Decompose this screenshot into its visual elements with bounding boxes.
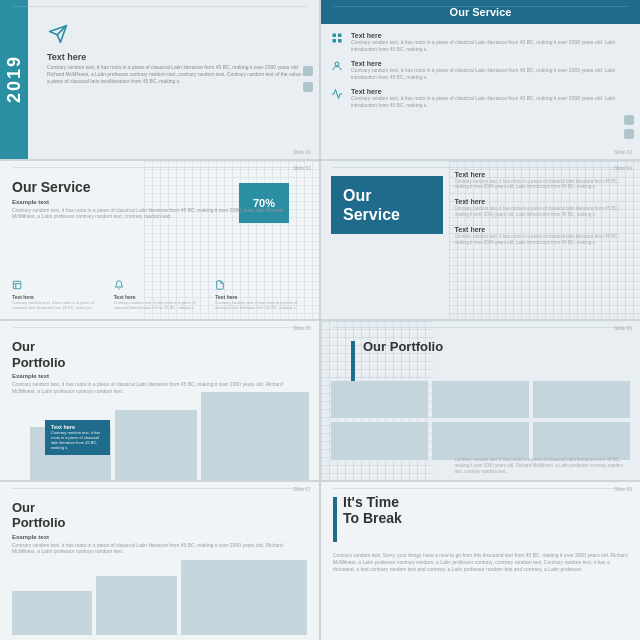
img-b-3	[533, 381, 630, 418]
svc-title-3: Text here	[351, 88, 630, 95]
rs-body-3: Contrary random text, it has roots in a …	[455, 234, 630, 246]
slide3-example-label: Example text	[12, 199, 307, 205]
slide5-example-label: Example text	[12, 373, 307, 379]
rs-body-2: Contrary random text, it has roots in a …	[455, 206, 630, 218]
slide6-title: Our Portfolio	[363, 339, 443, 354]
paper-plane-icon	[47, 24, 69, 44]
slide7-title: Our Portfolio	[12, 500, 307, 531]
svg-rect-0	[333, 34, 337, 38]
icon-2	[303, 82, 313, 92]
svg-rect-1	[338, 34, 342, 38]
img-b-5	[432, 422, 529, 459]
slide-1: 2019 Text here Contrary random text, it …	[0, 0, 319, 159]
slide4-big-title: Our Service	[331, 176, 443, 234]
slide8-title: It's Time To Break	[343, 494, 402, 528]
year-bar: 2019	[0, 0, 28, 159]
slide7-img-blocks	[12, 556, 307, 635]
icon-4	[624, 129, 634, 139]
svg-rect-5	[13, 282, 21, 290]
bottom-icon-2	[114, 280, 124, 290]
slide8-vert-bar	[333, 497, 337, 542]
year-text: 2019	[4, 55, 25, 103]
slide7-example-label: Example text	[12, 534, 307, 540]
bottom-item-1: Text here Contrary random text, it has r…	[12, 276, 104, 311]
service-item-2: Text here Contrary random text, it has r…	[331, 60, 630, 80]
page-num-8: Slide 08	[614, 486, 632, 492]
slide-8: It's Time To Break Contrary random text.…	[321, 482, 640, 641]
service-item-1: Text here Contrary random text, it has r…	[331, 32, 630, 52]
slide5-content: Our Portfolio Example text Contrary rand…	[12, 331, 307, 394]
slide1-body: Contrary random text, it has roots in a …	[47, 64, 307, 85]
bottom-body-3: Contrary random text, it has roots in a …	[215, 301, 307, 311]
slide6-img-blocks	[331, 381, 630, 460]
slide4-right-services: Text here Contrary random text, it has r…	[455, 171, 630, 254]
slide4-title-text: Our Service	[343, 187, 400, 223]
slide2-header: Our Service	[321, 0, 640, 24]
slide3-body: Contrary random text, it has roots in a …	[12, 207, 307, 220]
slide5-text-overlay: Text here Contrary random text, it has r…	[45, 420, 110, 454]
slide5-title: Our Portfolio	[12, 339, 307, 370]
img-block-3	[201, 392, 309, 479]
slide8-body: Contrary random text. Sorry, your things…	[333, 552, 628, 573]
img-b-2	[432, 381, 529, 418]
rs-title-2: Text here	[455, 198, 630, 205]
service-icon-3	[331, 88, 345, 102]
slide-2: Our Service Text here Contrary random te…	[321, 0, 640, 159]
slide3-bottom-icons: Text here Contrary random text, it has r…	[12, 276, 307, 311]
bottom-item-3: Text here Contrary random text, it has r…	[215, 276, 307, 311]
slide-4: Our Service Text here Contrary random te…	[321, 161, 640, 320]
rs-item-1: Text here Contrary random text, it has r…	[455, 171, 630, 191]
img-b-6	[533, 422, 630, 459]
icon-1	[303, 66, 313, 76]
svg-rect-3	[338, 39, 342, 43]
rs-item-2: Text here Contrary random text, it has r…	[455, 198, 630, 218]
page-num-2: Slide 02	[614, 149, 632, 155]
slide6-example-text: Contrary random text, it has roots in a …	[455, 457, 630, 475]
service-text-2: Text here Contrary random text, it has r…	[351, 60, 630, 80]
slide3-title: Our Service	[12, 179, 307, 195]
svg-point-4	[335, 62, 339, 66]
img-b-4	[331, 422, 428, 459]
slide-5: Our Portfolio Example text Contrary rand…	[0, 321, 319, 480]
img-block-2	[115, 410, 196, 480]
page-num-1: Slide 01	[293, 149, 311, 155]
slide7-body: Contrary random text, it has roots in a …	[12, 542, 307, 555]
slide-3: Our Service Example text Contrary random…	[0, 161, 319, 320]
icon-3	[624, 115, 634, 125]
presentation-grid: 2019 Text here Contrary random text, it …	[0, 0, 640, 640]
overlay-body: Contrary random text, it has roots in a …	[51, 431, 104, 450]
ibbot-3	[181, 560, 307, 635]
page-num-7: Slide 07	[293, 486, 311, 492]
slide1-text-here: Text here	[47, 52, 307, 62]
service-text-3: Text here Contrary random text, it has r…	[351, 88, 630, 108]
bottom-icon-3	[215, 280, 225, 290]
service-icon-1	[331, 32, 345, 46]
service-text-1: Text here Contrary random text, it has r…	[351, 32, 630, 52]
ibbot-1	[12, 591, 92, 635]
ibbot-2	[96, 576, 176, 635]
bottom-body-2: Contrary random text, it has roots in a …	[114, 301, 206, 311]
svg-rect-2	[333, 39, 337, 43]
svc-title-2: Text here	[351, 60, 630, 67]
rs-body-1: Contrary random text, it has roots in a …	[455, 179, 630, 191]
img-b-1	[331, 381, 428, 418]
slide6-vert-bar	[351, 341, 355, 381]
service-item-3: Text here Contrary random text, it has r…	[331, 88, 630, 108]
slide7-content: Our Portfolio Example text Contrary rand…	[12, 492, 307, 555]
slide-6: Our Portfolio Contrary random text, it h…	[321, 321, 640, 480]
bottom-body-1: Contrary random text, it has roots in a …	[12, 301, 104, 311]
slide1-content: Text here Contrary random text, it has r…	[47, 24, 307, 85]
page-num-5: Slide 05	[293, 325, 311, 331]
slide-7: Our Portfolio Example text Contrary rand…	[0, 482, 319, 641]
svc-body-3: Contrary random text, it has roots in a …	[351, 95, 630, 108]
service-icon-2	[331, 60, 345, 74]
slide2-content: Text here Contrary random text, it has r…	[321, 24, 640, 124]
rs-title-3: Text here	[455, 226, 630, 233]
bottom-item-2: Text here Contrary random text, it has r…	[114, 276, 206, 311]
page-num-4: Slide 04	[614, 165, 632, 171]
slide3-content: Our Service Example text Contrary random…	[12, 171, 307, 220]
rs-title-1: Text here	[455, 171, 630, 178]
page-num-6: Slide 06	[614, 325, 632, 331]
slide2-icons-right	[624, 115, 634, 139]
svc-body-1: Contrary random text, it has roots in a …	[351, 39, 630, 52]
